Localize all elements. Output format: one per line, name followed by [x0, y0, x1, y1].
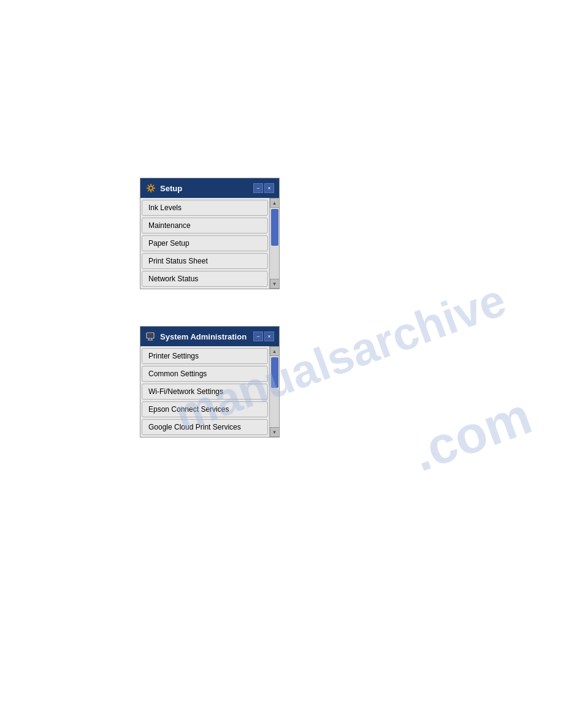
- setup-panel: Setup − × Ink Levels Maintenance Paper S…: [140, 178, 280, 289]
- sysadmin-header-buttons: − ×: [253, 332, 274, 341]
- sysadmin-scroll-track[interactable]: [270, 356, 279, 427]
- setup-scroll-up[interactable]: ▲: [270, 198, 280, 208]
- setup-item-maintenance[interactable]: Maintenance: [142, 218, 268, 233]
- setup-header-left: Setup: [145, 183, 182, 194]
- system-admin-header: System Administration − ×: [140, 327, 279, 346]
- setup-item-print-status[interactable]: Print Status Sheet: [142, 253, 268, 269]
- setup-title: Setup: [160, 184, 182, 193]
- setup-scrollbar: ▲ ▼: [269, 198, 279, 289]
- sysadmin-scroll-up[interactable]: ▲: [270, 346, 280, 356]
- sysadmin-item-google-cloud[interactable]: Google Cloud Print Services: [142, 419, 268, 435]
- watermark-line-2: .com: [404, 385, 539, 483]
- sysadmin-title: System Administration: [160, 332, 247, 341]
- svg-line-7: [153, 185, 154, 186]
- setup-scroll-track[interactable]: [270, 208, 279, 279]
- setup-icon: [145, 183, 156, 194]
- setup-scroll-down[interactable]: ▼: [270, 279, 280, 289]
- sysadmin-item-common-settings[interactable]: Common Settings: [142, 366, 268, 382]
- setup-scroll-thumb: [271, 209, 278, 246]
- setup-header-buttons: − ×: [253, 183, 274, 193]
- setup-menu-list: Ink Levels Maintenance Paper Setup Print…: [140, 198, 269, 289]
- svg-line-8: [148, 190, 149, 191]
- sysadmin-panel-body: Printer Settings Common Settings Wi-Fi/N…: [140, 346, 279, 437]
- system-admin-panel: System Administration − × Printer Settin…: [140, 326, 280, 438]
- setup-item-paper-setup[interactable]: Paper Setup: [142, 235, 268, 251]
- sysadmin-item-wifi-network[interactable]: Wi-Fi/Network Settings: [142, 384, 268, 400]
- sysadmin-item-epson-connect[interactable]: Epson Connect Services: [142, 401, 268, 417]
- sysadmin-icon: [145, 331, 156, 342]
- sysadmin-item-printer-settings[interactable]: Printer Settings: [142, 348, 268, 364]
- setup-item-ink-levels[interactable]: Ink Levels: [142, 200, 268, 216]
- svg-rect-10: [148, 334, 153, 337]
- setup-close-btn[interactable]: ×: [264, 183, 274, 193]
- sysadmin-scrollbar: ▲ ▼: [269, 346, 279, 437]
- svg-point-0: [149, 186, 153, 190]
- setup-panel-header: Setup − ×: [140, 178, 279, 198]
- sysadmin-scroll-down[interactable]: ▼: [270, 427, 280, 437]
- sysadmin-close-btn[interactable]: ×: [264, 332, 274, 341]
- sysadmin-menu-list: Printer Settings Common Settings Wi-Fi/N…: [140, 346, 269, 437]
- svg-line-6: [153, 190, 154, 191]
- sysadmin-header-left: System Administration: [145, 331, 247, 342]
- setup-item-network-status[interactable]: Network Status: [142, 271, 268, 287]
- panels-container: Setup − × Ink Levels Maintenance Paper S…: [140, 178, 280, 438]
- sysadmin-scroll-thumb: [271, 357, 278, 388]
- svg-line-5: [148, 185, 149, 186]
- setup-minimize-btn[interactable]: −: [253, 183, 263, 193]
- setup-panel-body: Ink Levels Maintenance Paper Setup Print…: [140, 198, 279, 289]
- sysadmin-minimize-btn[interactable]: −: [253, 332, 263, 341]
